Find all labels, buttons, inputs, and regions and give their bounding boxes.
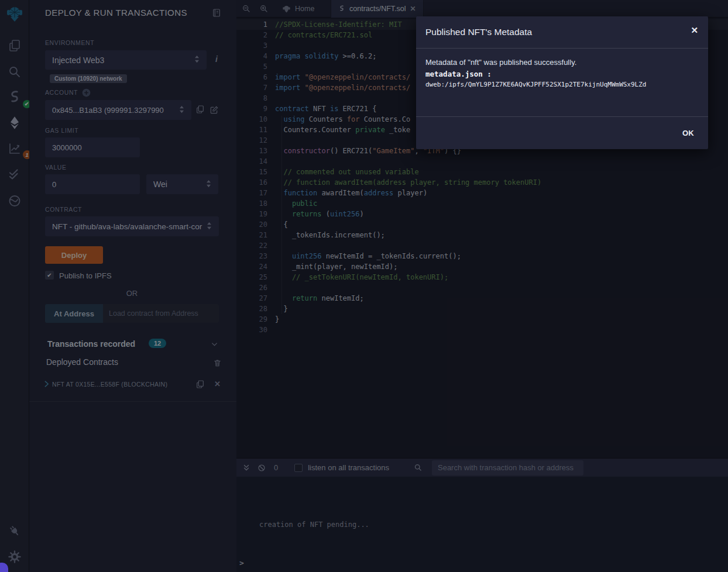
modal-body: Metadata of "nft" was published successf… — [416, 49, 708, 116]
modal-ok-button[interactable]: OK — [682, 129, 694, 137]
modal-file-label: metadata.json : — [425, 70, 699, 78]
modal-close-icon[interactable]: ✕ — [691, 26, 698, 35]
remix-ide-window: ✔ 1 — [0, 0, 728, 572]
modal-header: Published NFT's Metadata ✕ — [416, 16, 708, 49]
modal-footer: OK — [416, 116, 708, 149]
published-metadata-modal: Published NFT's Metadata ✕ Metadata of "… — [416, 16, 708, 149]
modal-message: Metadata of "nft" was published successf… — [425, 58, 699, 67]
modal-title: Published NFT's Metadata — [425, 27, 532, 37]
modal-ipfs-uri: dweb:/ipfs/QmYL9P1Z7KE6AQvKJPFF52SX1p2TE… — [425, 81, 699, 88]
